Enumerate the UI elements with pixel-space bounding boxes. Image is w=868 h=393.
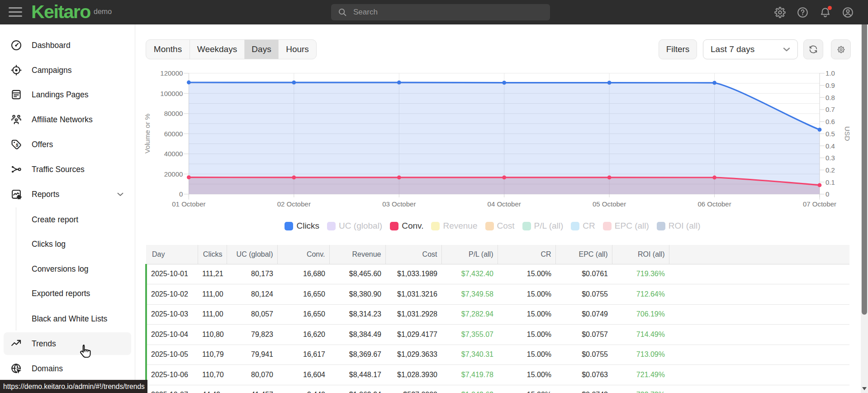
svg-text:0: 0 — [179, 190, 183, 198]
svg-text:0.2: 0.2 — [825, 166, 835, 174]
svg-text:01 October: 01 October — [172, 200, 205, 208]
svg-text:0: 0 — [825, 190, 829, 198]
svg-text:1.0: 1.0 — [825, 69, 835, 77]
svg-text:60000: 60000 — [164, 130, 183, 138]
svg-text:0.9: 0.9 — [825, 81, 835, 89]
svg-text:04 October: 04 October — [488, 200, 521, 208]
svg-text:0.3: 0.3 — [825, 154, 835, 162]
svg-text:0.5: 0.5 — [825, 130, 835, 138]
svg-text:80000: 80000 — [164, 110, 183, 117]
svg-text:0.8: 0.8 — [825, 94, 835, 101]
svg-text:20000: 20000 — [164, 170, 183, 178]
svg-text:0.7: 0.7 — [825, 105, 835, 113]
svg-text:120000: 120000 — [160, 69, 183, 77]
svg-text:Volume or %: Volume or % — [143, 114, 151, 153]
svg-text:07 October: 07 October — [803, 200, 836, 208]
svg-text:USD: USD — [844, 126, 851, 141]
svg-text:06 October: 06 October — [697, 200, 731, 208]
svg-text:05 October: 05 October — [593, 200, 626, 208]
svg-text:03 October: 03 October — [382, 200, 416, 208]
svg-text:02 October: 02 October — [277, 200, 311, 208]
svg-text:100000: 100000 — [160, 90, 183, 97]
svg-text:0.6: 0.6 — [825, 118, 835, 125]
svg-text:0.1: 0.1 — [825, 178, 835, 186]
svg-text:0.4: 0.4 — [825, 142, 835, 150]
svg-text:$: $ — [15, 143, 19, 148]
svg-text:40000: 40000 — [164, 150, 183, 158]
